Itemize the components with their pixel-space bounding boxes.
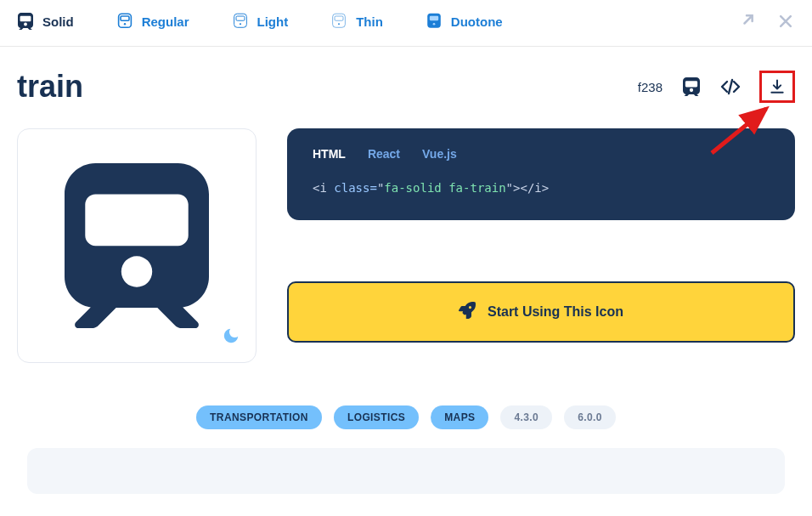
tag-logistics[interactable]: LOGISTICS [334, 405, 419, 429]
train-icon [116, 13, 133, 30]
svg-point-5 [239, 23, 240, 25]
unicode-code[interactable]: f238 [638, 80, 663, 94]
footer-block [27, 448, 785, 494]
train-icon [232, 13, 249, 30]
svg-point-11 [432, 23, 435, 26]
tab-regular-label: Regular [142, 14, 189, 29]
tab-solid[interactable]: Solid [17, 13, 74, 30]
close-icon[interactable] [776, 12, 795, 31]
train-icon [17, 13, 34, 30]
rocket-icon [459, 302, 476, 322]
svg-rect-10 [430, 16, 438, 20]
start-using-button[interactable]: Start Using This Icon [287, 281, 795, 343]
code-icon[interactable] [720, 77, 741, 97]
download-button[interactable] [759, 71, 795, 103]
svg-point-2 [123, 23, 125, 25]
style-tabs: Solid Regular Light Thin Duotone [0, 0, 812, 47]
icon-header: train f238 [17, 69, 795, 105]
code-snippet[interactable]: <i class="fa-solid fa-train"></i> [313, 181, 770, 195]
train-icon [330, 13, 347, 30]
svg-rect-4 [236, 16, 245, 20]
codetab-html[interactable]: HTML [313, 147, 346, 161]
tab-duotone[interactable]: Duotone [426, 13, 503, 30]
tab-duotone-label: Duotone [451, 14, 503, 29]
tab-thin-label: Thin [356, 14, 383, 29]
tag-transportation[interactable]: TRANSPORTATION [196, 405, 322, 429]
tab-light-label: Light [257, 14, 289, 29]
cta-label: Start Using This Icon [488, 304, 623, 320]
tab-light[interactable]: Light [232, 13, 289, 30]
tab-solid-label: Solid [42, 14, 74, 29]
train-icon [426, 13, 443, 30]
train-icon [65, 163, 209, 328]
dark-mode-toggle[interactable] [222, 326, 240, 350]
tab-thin[interactable]: Thin [330, 13, 383, 30]
tag-version-600[interactable]: 6.0.0 [564, 405, 616, 429]
tab-regular[interactable]: Regular [116, 13, 189, 30]
copy-glyph-button[interactable] [681, 77, 702, 97]
icon-preview [17, 128, 257, 363]
svg-rect-7 [335, 16, 343, 20]
tag-version-430[interactable]: 4.3.0 [500, 405, 552, 429]
open-external-icon[interactable] [737, 12, 756, 31]
svg-point-8 [338, 23, 340, 25]
tag-maps[interactable]: MAPS [431, 405, 488, 429]
icon-title: train [17, 69, 83, 105]
tag-row: TRANSPORTATION LOGISTICS MAPS 4.3.0 6.0.… [17, 405, 795, 429]
svg-rect-1 [121, 16, 129, 20]
code-snippet-box: HTML React Vue.js <i class="fa-solid fa-… [287, 128, 795, 220]
codetab-react[interactable]: React [368, 147, 400, 161]
codetab-vue[interactable]: Vue.js [422, 147, 457, 161]
